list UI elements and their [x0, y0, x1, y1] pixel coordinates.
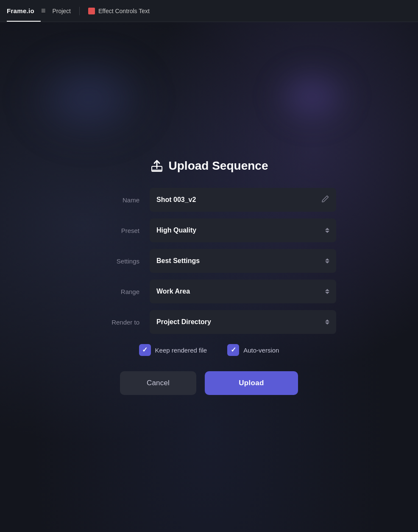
upload-button[interactable]: Upload: [205, 371, 298, 395]
name-field[interactable]: Shot 003_v2: [150, 188, 336, 212]
range-arrow-up: [325, 289, 329, 291]
form-container: Name Shot 003_v2 Preset High Quality: [82, 188, 336, 334]
auto-version-checkmark: ✓: [231, 347, 236, 353]
name-value: Shot 003_v2: [156, 196, 196, 204]
preset-value: High Quality: [156, 227, 196, 234]
range-field[interactable]: Work Area: [150, 280, 336, 303]
range-label: Range: [82, 288, 150, 295]
range-spinner: [325, 289, 329, 294]
upload-icon: [150, 159, 164, 173]
effect-label: Effect Controls Text: [98, 8, 150, 14]
render-to-value: Project Directory: [156, 318, 211, 326]
effect-dot: [88, 8, 95, 14]
title-bar: Frame.io ≡ Project Effect Controls Text: [0, 0, 418, 22]
name-label: Name: [82, 196, 150, 204]
preset-spinner: [325, 228, 329, 233]
upload-dialog: Upload Sequence Name Shot 003_v2 Preset: [82, 159, 336, 395]
checkbox-row: ✓ Keep rendered file ✓ Auto-version: [139, 344, 279, 356]
settings-field[interactable]: Best Settings: [150, 249, 336, 273]
render-to-spinner: [325, 319, 329, 325]
keep-rendered-checkmark: ✓: [142, 347, 148, 353]
preset-field[interactable]: High Quality: [150, 218, 336, 242]
upload-svg-icon: [150, 159, 164, 173]
effect-controls: Effect Controls Text: [88, 8, 150, 14]
active-tab-underline: [7, 21, 41, 22]
background-blob-1: [25, 56, 153, 141]
preset-row: Preset High Quality: [82, 218, 336, 242]
render-to-arrow-down: [325, 322, 329, 325]
app-logo: Frame.io: [7, 7, 34, 14]
title-divider: [79, 7, 80, 15]
auto-version-label: Auto-version: [243, 347, 279, 354]
dialog-title-row: Upload Sequence: [150, 159, 268, 173]
buttons-row: Cancel Upload: [82, 371, 336, 395]
background-blob-2: [270, 64, 354, 128]
render-to-label: Render to: [82, 319, 150, 326]
svg-rect-0: [152, 170, 162, 171]
project-label[interactable]: Project: [52, 8, 71, 14]
keep-rendered-checkbox-item[interactable]: ✓ Keep rendered file: [139, 344, 207, 356]
keep-rendered-label: Keep rendered file: [155, 347, 207, 354]
menu-icon[interactable]: ≡: [41, 6, 46, 15]
render-to-field[interactable]: Project Directory: [150, 310, 336, 334]
settings-arrow-up: [325, 258, 329, 260]
cancel-button[interactable]: Cancel: [120, 371, 196, 395]
auto-version-checkbox-item[interactable]: ✓ Auto-version: [227, 344, 279, 356]
settings-arrow-down: [325, 261, 329, 263]
settings-label: Settings: [82, 258, 150, 265]
render-to-row: Render to Project Directory: [82, 310, 336, 334]
edit-icon: [321, 195, 329, 205]
range-value: Work Area: [156, 288, 190, 295]
keep-rendered-checkbox[interactable]: ✓: [139, 344, 151, 356]
preset-label: Preset: [82, 227, 150, 234]
range-arrow-down: [325, 292, 329, 294]
settings-row: Settings Best Settings: [82, 249, 336, 273]
main-area: Upload Sequence Name Shot 003_v2 Preset: [0, 22, 418, 532]
range-row: Range Work Area: [82, 280, 336, 303]
auto-version-checkbox[interactable]: ✓: [227, 344, 239, 356]
preset-arrow-up: [325, 228, 329, 230]
settings-value: Best Settings: [156, 257, 200, 265]
settings-spinner: [325, 258, 329, 263]
render-to-arrow-up: [325, 319, 329, 322]
preset-arrow-down: [325, 231, 329, 233]
name-row: Name Shot 003_v2: [82, 188, 336, 212]
dialog-title: Upload Sequence: [169, 159, 268, 173]
